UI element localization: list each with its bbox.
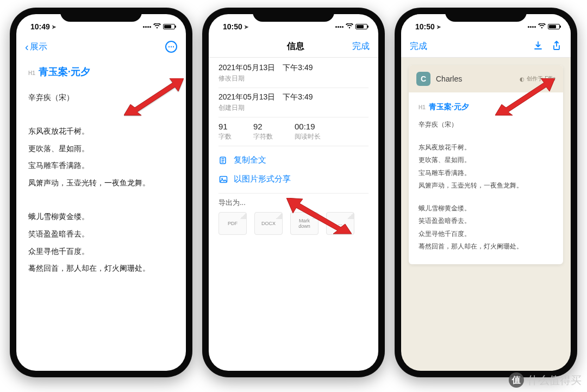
poem-line: 众里寻他千百度。 [419,229,553,240]
avatar: C [416,72,430,86]
annotation-arrow [286,198,352,236]
poem-line: 东风夜放花千树。 [419,142,553,153]
poem-line: 凤箫声动，玉壶光转，一夜鱼龙舞。 [28,177,174,190]
svg-marker-4 [286,198,352,234]
export-docx-button[interactable]: DOCX [254,212,283,235]
image-icon [218,175,228,184]
wifi-icon [346,23,353,30]
annotation-arrow [495,78,555,116]
stats-row: 91 字数 92 字符数 00:19 阅读时长 [218,122,369,141]
poem-line: 更吹落、星如雨。 [28,142,174,155]
signal-icon [143,26,151,28]
wifi-icon [153,23,161,30]
phone-notch [60,8,142,22]
done-button[interactable]: 完成 [352,41,370,52]
svg-marker-0 [124,78,184,115]
annotation-arrow [124,78,184,116]
poem-line: 众里寻他千百度。 [28,245,174,258]
watermark-text: 什么值得买 [527,373,582,388]
battery-icon [355,24,367,29]
author-name: Charles [436,74,462,83]
download-icon [533,40,544,51]
created-row: 2021年05月13日 下午3:49 [218,92,369,102]
svg-marker-5 [495,78,555,115]
phone-mockup-2: 10:50 ➤ 信息 完成 [202,8,385,377]
poem-line: 蓦然回首，那人却在，灯火阑珊处。 [419,241,553,252]
share-icon [551,40,562,51]
h1-tag: H1 [28,70,35,76]
nav-title: 信息 [287,41,304,52]
h1-tag: H1 [419,104,426,110]
poem-line: 笑语盈盈暗香去。 [28,228,174,241]
back-label: 展示 [30,41,47,53]
location-icon: ➤ [52,24,56,30]
stat-read-time: 00:19 阅读时长 [295,122,321,141]
nav-bar: ‹ 展示 ⋯ [16,36,186,58]
stat-chars: 92 字符数 [253,122,273,141]
nav-bar: 信息 完成 [209,36,378,58]
doc-title: H1青玉案·元夕 [28,65,174,78]
svg-rect-2 [220,176,227,182]
ellipsis-icon: ⋯ [168,43,174,51]
signal-icon [335,26,344,28]
more-button[interactable]: ⋯ [165,41,177,53]
poem-line: 宝马雕车香满路。 [28,159,174,172]
created-label: 创建日期 [218,103,369,113]
watermark-icon: 值 [509,372,524,388]
battery-icon [163,24,175,29]
signal-icon [528,26,536,28]
phone-notch [445,8,527,22]
share-as-image-button[interactable]: 以图片形式分享 [218,170,369,189]
download-button[interactable] [533,40,544,53]
status-time: 10:50 [415,22,435,31]
wifi-icon [538,23,546,30]
phone-notch [253,8,334,22]
poem-line: 蓦然回首，那人却在，灯火阑珊处。 [28,262,174,275]
location-icon: ➤ [244,24,248,30]
phone-mockup-3: 10:50 ➤ 完成 [395,8,577,377]
poem-line: 东风夜放花千树。 [28,125,174,138]
status-time: 10:49 [30,22,50,31]
chevron-left-icon: ‹ [25,41,29,52]
nav-bar: 完成 [401,36,571,58]
poem-line: 更吹落、星如雨。 [419,155,553,166]
back-button[interactable]: ‹ 展示 [25,41,47,53]
export-pdf-button[interactable]: PDF [218,212,247,235]
status-time: 10:50 [223,22,242,31]
poem-line: 宝马雕车香满路。 [419,168,553,179]
location-icon: ➤ [436,24,441,30]
modified-row: 2021年05月13日 下午3:49 [218,63,369,73]
battery-icon [548,24,560,29]
poem-line: 蛾儿雪柳黄金缕。 [419,203,553,214]
stat-words: 91 字数 [218,122,232,141]
done-button[interactable]: 完成 [410,41,427,52]
copy-icon [218,155,228,165]
doc-author: 辛弃疾（宋） [419,120,553,130]
copy-all-button[interactable]: 复制全文 [218,151,369,170]
preview-content: H1青玉案·元夕 辛弃疾（宋） 东风夜放花千树。 更吹落、星如雨。 宝马雕车香满… [409,92,563,264]
poem-line: 蛾儿雪柳黄金缕。 [28,210,174,223]
share-button[interactable] [551,40,562,53]
modified-label: 修改日期 [218,74,369,83]
poem-line: 凤箫声动，玉壶光转，一夜鱼龙舞。 [419,181,553,191]
watermark: 值 什么值得买 [509,372,582,388]
phone-mockup-1: 10:49 ➤ ‹ 展示 [10,8,192,377]
poem-line: 笑语盈盈暗香去。 [419,216,553,227]
